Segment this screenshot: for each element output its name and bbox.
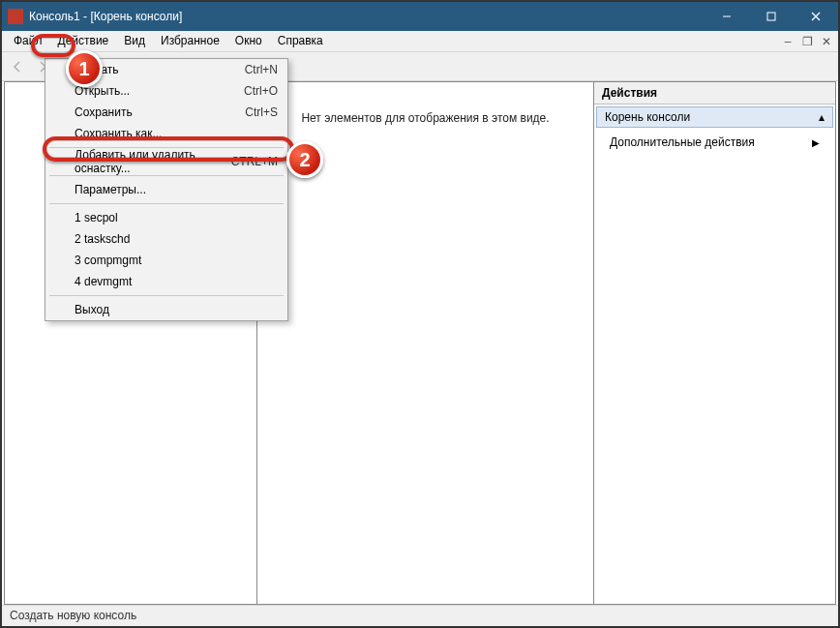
menu-recent-4[interactable]: 4 devmgmt xyxy=(45,271,287,292)
svg-rect-1 xyxy=(767,13,775,20)
actions-section-label: Корень консоли xyxy=(605,110,690,124)
statusbar: Создать новую консоль xyxy=(2,605,838,626)
menu-options[interactable]: Параметры... xyxy=(45,179,287,200)
menu-window[interactable]: Окно xyxy=(227,31,270,51)
status-text: Создать новую консоль xyxy=(10,609,136,622)
menu-open[interactable]: Открыть... Ctrl+O xyxy=(45,80,287,102)
menubar: Файл Действие Вид Избранное Окно Справка… xyxy=(2,31,838,52)
actions-more-row[interactable]: Дополнительные действия ▶ xyxy=(594,130,835,155)
actions-more-label: Дополнительные действия xyxy=(610,135,755,149)
menu-recent-3[interactable]: 3 compmgmt xyxy=(45,250,287,271)
menu-recent-2[interactable]: 2 taskschd xyxy=(45,228,287,250)
file-menu-dropdown: Создать Ctrl+N Открыть... Ctrl+O Сохрани… xyxy=(45,58,288,321)
chevron-right-icon: ▶ xyxy=(812,137,820,148)
menu-exit[interactable]: Выход xyxy=(45,299,287,320)
window-title: Консоль1 - [Корень консоли] xyxy=(29,10,705,23)
mdi-restore-icon[interactable]: ❐ xyxy=(799,35,815,48)
actions-pane: Действия Корень консоли ▴ Дополнительные… xyxy=(594,81,836,605)
collapse-icon: ▴ xyxy=(819,110,825,124)
menu-separator xyxy=(49,295,284,296)
menu-help[interactable]: Справка xyxy=(270,31,331,51)
mdi-controls: – ❐ ✕ xyxy=(780,31,838,51)
maximize-button[interactable] xyxy=(749,2,794,31)
menu-separator xyxy=(49,203,284,204)
actions-header: Действия xyxy=(594,82,835,105)
mdi-close-icon[interactable]: ✕ xyxy=(819,35,834,48)
back-button[interactable] xyxy=(6,55,29,78)
menu-save[interactable]: Сохранить Ctrl+S xyxy=(45,102,287,123)
menu-new[interactable]: Создать Ctrl+N xyxy=(45,59,287,80)
menu-view[interactable]: Вид xyxy=(116,31,153,51)
menu-favorites[interactable]: Избранное xyxy=(153,31,227,51)
empty-message: Нет элементов для отображения в этом вид… xyxy=(301,111,549,125)
titlebar: Консоль1 - [Корень консоли] xyxy=(2,2,838,31)
app-icon xyxy=(8,9,23,24)
menu-action[interactable]: Действие xyxy=(50,31,117,51)
actions-section[interactable]: Корень консоли ▴ xyxy=(596,106,833,128)
menu-separator xyxy=(49,175,284,176)
menu-recent-1[interactable]: 1 secpol xyxy=(45,207,287,228)
mdi-minimize-icon[interactable]: – xyxy=(780,35,795,48)
minimize-button[interactable] xyxy=(705,2,749,31)
menu-add-remove-snapin[interactable]: Добавить или удалить оснастку... CTRL+M xyxy=(45,151,287,172)
close-button[interactable] xyxy=(794,2,838,31)
menu-file[interactable]: Файл xyxy=(6,31,50,51)
content-pane: Нет элементов для отображения в этом вид… xyxy=(257,81,594,605)
menu-saveas[interactable]: Сохранить как... xyxy=(45,123,287,144)
